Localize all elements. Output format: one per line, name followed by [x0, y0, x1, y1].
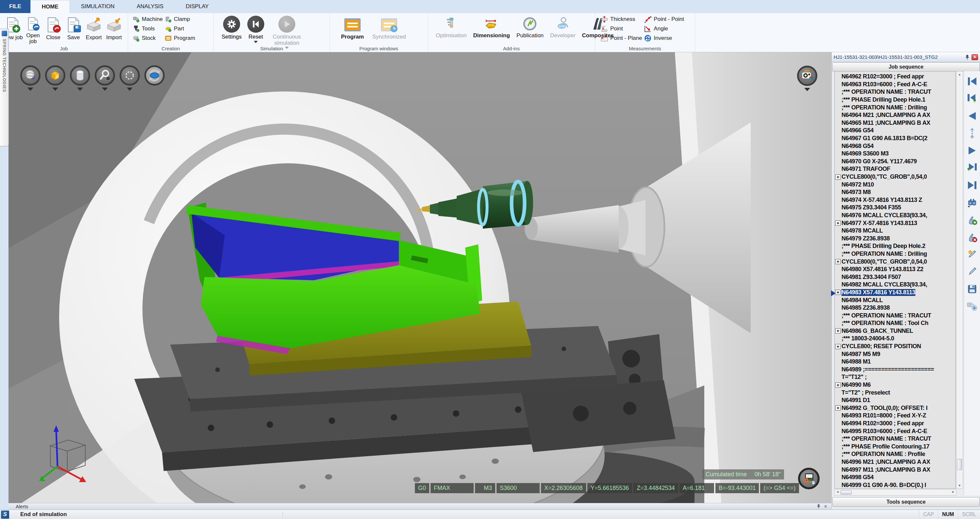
- tab-file[interactable]: FILE: [0, 0, 30, 13]
- code-line[interactable]: ;*** PHASE Drilling Deep Hole.1: [835, 96, 956, 104]
- stock-button[interactable]: Stock: [133, 35, 163, 42]
- code-line[interactable]: ;*** OPERATION NAME : TRACUT: [835, 88, 956, 96]
- code-line[interactable]: N64967 G1 G90 A6.1813 B=DC(2: [835, 135, 956, 142]
- close-panel-button[interactable]: ✕: [972, 54, 978, 60]
- horizontal-scrollbar[interactable]: ◄ ►: [834, 489, 956, 495]
- machine-sync-button[interactable]: [967, 301, 978, 312]
- code-line[interactable]: ;*** 18003-24004-5.0: [835, 335, 956, 342]
- code-line[interactable]: +N64992 G_TOOL(0,0); OFFSET: I: [835, 404, 956, 412]
- code-line[interactable]: +CYCLE800(0,"TC_GROB",0,54,0: [835, 258, 956, 266]
- code-line[interactable]: N64965 M11 ;UNCLAMPING B AX: [835, 119, 956, 127]
- angle-button[interactable]: Angle: [644, 25, 684, 32]
- rotate-select-button[interactable]: [119, 65, 140, 86]
- zoom-select-caret[interactable]: [102, 88, 108, 91]
- expand-icon[interactable]: +: [835, 220, 840, 226]
- code-line[interactable]: N64981 Z93.3404 F507: [835, 273, 956, 281]
- previous-tool-button[interactable]: [967, 93, 978, 104]
- scroll-up-icon[interactable]: ▲: [956, 73, 963, 76]
- iso-view-caret[interactable]: [52, 88, 58, 91]
- code-line[interactable]: ;*** OPERATION NAME : Tool Ch: [835, 320, 956, 327]
- 3d-viewport[interactable]: Cumulated time 0h 58' 18" G0FMAXM3S3600X…: [8, 52, 831, 503]
- search-button[interactable]: [967, 197, 978, 208]
- code-line[interactable]: ;*** OPERATION NAME : TRACUT: [835, 312, 956, 320]
- tab-analysis[interactable]: ANALYSIS: [126, 0, 175, 13]
- dimensioning-button[interactable]: Dimensioning: [470, 16, 512, 39]
- expand-icon[interactable]: +: [835, 290, 840, 295]
- optimisation-button[interactable]: Optimisation: [433, 16, 469, 39]
- pendant-control-button[interactable]: [798, 468, 819, 489]
- code-line[interactable]: T="T2" ; Preselect: [835, 388, 956, 396]
- code-line[interactable]: ;*** OPERATION NAME : TRACUT: [835, 435, 956, 443]
- code-line[interactable]: N64996 M21 ;UNCLAMPING A AX: [835, 458, 956, 466]
- code-line[interactable]: N64999 G1 G90 A-90. B=DC(0.) I: [835, 481, 956, 489]
- view-orientation-button[interactable]: [20, 65, 40, 86]
- code-line[interactable]: ;*** OPERATION NAME : Drilling: [835, 103, 956, 111]
- part-button[interactable]: Part: [165, 25, 195, 32]
- vertical-scrollbar[interactable]: ▲ ▼: [956, 71, 963, 489]
- expand-icon[interactable]: +: [835, 405, 840, 411]
- machine-button[interactable]: Machine: [133, 16, 163, 23]
- code-line[interactable]: +N64983 X57.4816 Y143.8113: [835, 289, 956, 296]
- open-job-button[interactable]: Open job: [23, 15, 43, 45]
- snapshot-button[interactable]: [797, 66, 817, 86]
- code-line[interactable]: N64968 G54: [835, 142, 956, 150]
- scroll-down-icon[interactable]: ▼: [956, 484, 963, 487]
- go-to-end-button[interactable]: [967, 180, 978, 191]
- scroll-left-icon[interactable]: ◄: [836, 490, 839, 494]
- code-line[interactable]: N64991 D1: [835, 396, 956, 404]
- export-button[interactable]: Export: [84, 15, 104, 45]
- job-sequence-list[interactable]: N64962 R102=3000 ; Feed apprN64963 R103=…: [834, 71, 956, 489]
- add-selection-button[interactable]: [967, 214, 978, 225]
- point-button[interactable]: XYZPoint: [600, 25, 642, 32]
- code-line[interactable]: ;*** PHASE Drilling Deep Hole.2: [835, 242, 956, 250]
- code-line[interactable]: ;*** OPERATION NAME : Drilling: [835, 250, 956, 258]
- code-line[interactable]: N64970 G0 X-254. Y117.4679: [835, 158, 956, 166]
- reset-button[interactable]: Reset: [245, 16, 267, 49]
- import-button[interactable]: Import: [104, 15, 124, 45]
- clamp-button[interactable]: Clamp: [165, 16, 195, 23]
- code-line[interactable]: ;*** PHASE Profile Contouring.17: [835, 443, 956, 451]
- code-line[interactable]: N64976 MCALL CYCLE83(93.34,: [835, 212, 956, 220]
- cylinder-view-caret[interactable]: [77, 88, 83, 91]
- next-tool-button[interactable]: [967, 162, 978, 174]
- view-orientation-caret[interactable]: [27, 88, 33, 91]
- spring-technologies-side-tab[interactable]: SPRING TECHNOLOGIES: [0, 29, 9, 146]
- code-line[interactable]: N64980 X57.4816 Y143.8113 Z2: [835, 266, 956, 273]
- code-line[interactable]: +CYCLE800(0,"TC_GROB",0,54,0: [835, 173, 956, 181]
- expand-icon[interactable]: +: [835, 259, 840, 264]
- code-line[interactable]: N64964 M21 ;UNCLAMPING A AX: [835, 111, 956, 119]
- code-line[interactable]: +N64986 G_BACK_TUNNEL: [835, 327, 956, 335]
- play-backward-button[interactable]: [967, 110, 978, 121]
- close-job-button[interactable]: Close: [43, 15, 64, 45]
- inverse-button[interactable]: Inverse: [644, 35, 684, 42]
- publication-button[interactable]: Publication: [514, 16, 546, 39]
- code-line[interactable]: N64989 ;=====================: [835, 366, 956, 374]
- synchronized-window-button[interactable]: Synchronized: [371, 16, 407, 40]
- expand-icon[interactable]: +: [835, 382, 840, 388]
- developer-button[interactable]: ACNU Developer: [547, 16, 578, 39]
- code-line[interactable]: ;*** OPERATION NAME : Profile: [835, 451, 956, 458]
- code-line[interactable]: N64971 TRAFOOF: [835, 165, 956, 173]
- save-job-button[interactable]: Save: [64, 15, 84, 45]
- program-button[interactable]: Program: [165, 35, 195, 42]
- tab-simulation[interactable]: SIMULATION: [70, 0, 126, 13]
- continuous-simulation-button[interactable]: Continuous simulation: [269, 16, 304, 49]
- code-line[interactable]: N64974 X-57.4816 Y143.8113 Z: [835, 196, 956, 204]
- tab-home[interactable]: HOME: [30, 0, 70, 13]
- code-line[interactable]: N64998 G54: [835, 474, 956, 481]
- reset-dropdown-caret[interactable]: [254, 41, 258, 43]
- code-line[interactable]: +N64977 X-57.4816 Y143.8113: [835, 219, 956, 227]
- save-state-button[interactable]: [967, 283, 978, 295]
- machine-3d-scene[interactable]: [8, 52, 831, 503]
- code-line[interactable]: N64995 R103=6000 ; Feed A-C-E: [835, 427, 956, 435]
- code-line[interactable]: N64966 G54: [835, 127, 956, 135]
- remove-selection-button[interactable]: [967, 232, 978, 243]
- rotate-select-caret[interactable]: [127, 88, 133, 91]
- code-line[interactable]: N64988 M1: [835, 358, 956, 366]
- program-window-button[interactable]: Program: [339, 16, 366, 40]
- code-line[interactable]: N64978 MCALL: [835, 227, 956, 235]
- code-line[interactable]: N64993 R101=8000 ; Feed X-Y-Z: [835, 412, 956, 420]
- job-sequence-header[interactable]: Job sequence: [832, 62, 980, 72]
- tab-display[interactable]: DISPLAY: [175, 0, 220, 13]
- refresh-view-button[interactable]: [145, 65, 165, 86]
